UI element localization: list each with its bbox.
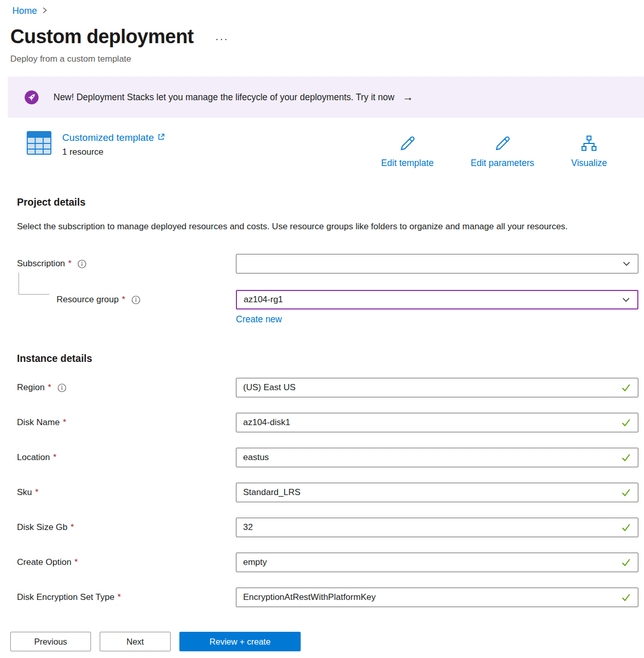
info-icon[interactable]: [132, 296, 140, 304]
resource-group-label: Resource group: [57, 295, 119, 305]
page-title: Custom deployment: [10, 26, 194, 48]
resource-group-value: az104-rg1: [244, 295, 283, 305]
required-asterisk: *: [70, 522, 74, 533]
breadcrumb: Home: [0, 0, 644, 16]
chevron-down-icon: [621, 295, 631, 304]
info-icon[interactable]: [78, 260, 86, 268]
checkmark-icon: [621, 522, 631, 533]
required-asterisk: *: [48, 382, 51, 393]
previous-button[interactable]: Previous: [10, 632, 91, 651]
checkmark-icon: [621, 557, 631, 568]
disk-name-label: Disk Name: [17, 417, 60, 428]
instance-details-form: Region * (US) East US Disk Name * az104-…: [0, 378, 644, 607]
required-asterisk: *: [68, 259, 72, 269]
checkmark-icon: [621, 487, 631, 498]
chevron-down-icon: [622, 259, 631, 268]
required-asterisk: *: [122, 295, 125, 305]
chevron-right-icon: [42, 6, 48, 16]
disk-encryption-label: Disk Encryption Set Type: [17, 592, 115, 602]
checkmark-icon: [621, 417, 631, 428]
visualize-icon: [580, 134, 598, 155]
checkmark-icon: [621, 592, 631, 602]
instance-details-heading: Instance details: [17, 353, 644, 364]
external-link-icon: [157, 132, 165, 143]
region-input[interactable]: (US) East US: [236, 378, 638, 397]
location-label: Location: [17, 452, 50, 463]
visualize-button[interactable]: Visualize: [571, 134, 607, 169]
disk-encryption-input[interactable]: EncryptionAtRestWithPlatformKey: [236, 588, 638, 607]
location-input[interactable]: eastus: [236, 448, 638, 467]
disk-size-row: Disk Size Gb * 32: [0, 518, 638, 537]
create-option-row: Create Option * empty: [0, 553, 638, 572]
required-asterisk: *: [63, 417, 66, 428]
template-summary: Customized template 1 resource Edit temp…: [27, 131, 644, 169]
disk-size-input[interactable]: 32: [236, 518, 638, 537]
sku-row: Sku * Standard_LRS: [0, 483, 638, 502]
resource-group-row: Resource group * az104-rg1: [0, 290, 638, 309]
sku-label: Sku: [17, 487, 32, 498]
breadcrumb-home-link[interactable]: Home: [12, 6, 37, 16]
next-button[interactable]: Next: [100, 632, 171, 651]
pencil-icon: [493, 134, 512, 155]
arrow-right-icon[interactable]: →: [402, 91, 413, 103]
checkmark-icon: [621, 382, 631, 393]
edit-parameters-button[interactable]: Edit parameters: [471, 134, 535, 169]
footer-action-bar: Previous Next Review + create: [0, 625, 644, 658]
create-option-label: Create Option: [17, 557, 71, 568]
required-asterisk: *: [75, 557, 78, 568]
template-icon: [27, 131, 51, 157]
disk-name-input[interactable]: az104-disk1: [236, 413, 638, 432]
disk-name-row: Disk Name * az104-disk1: [0, 413, 638, 432]
edit-template-button[interactable]: Edit template: [381, 134, 434, 169]
subscription-dropdown[interactable]: [236, 254, 638, 273]
review-create-button[interactable]: Review + create: [179, 632, 301, 651]
create-option-input[interactable]: empty: [236, 553, 638, 572]
subscription-label: Subscription: [17, 259, 65, 269]
sku-input[interactable]: Standard_LRS: [236, 483, 638, 502]
customized-template-link[interactable]: Customized template: [62, 132, 165, 143]
project-details-heading: Project details: [17, 196, 644, 208]
header: Custom deployment ···: [10, 26, 644, 48]
resource-count: 1 resource: [62, 147, 165, 157]
required-asterisk: *: [35, 487, 39, 498]
resource-group-dropdown[interactable]: az104-rg1: [236, 290, 638, 309]
disk-encryption-row: Disk Encryption Set Type * EncryptionAtR…: [0, 588, 638, 607]
project-details-form: Subscription * Resource group * az104-rg…: [0, 254, 644, 325]
required-asterisk: *: [53, 452, 57, 463]
project-details-description: Select the subscription to manage deploy…: [17, 218, 608, 234]
subscription-resource-connector-line: [19, 272, 49, 295]
create-new-link[interactable]: Create new: [236, 314, 282, 325]
rocket-icon: [25, 90, 39, 104]
region-label: Region: [17, 382, 45, 393]
region-row: Region * (US) East US: [0, 378, 638, 397]
info-icon[interactable]: [58, 383, 66, 392]
pencil-icon: [398, 134, 417, 155]
disk-size-label: Disk Size Gb: [17, 522, 67, 533]
location-row: Location * eastus: [0, 448, 638, 467]
subscription-row: Subscription *: [0, 254, 638, 273]
page-subtitle: Deploy from a custom template: [10, 54, 644, 64]
more-options-icon[interactable]: ···: [215, 29, 229, 45]
deployment-stacks-banner[interactable]: New! Deployment Stacks let you manage th…: [8, 77, 644, 118]
required-asterisk: *: [118, 592, 121, 602]
banner-message[interactable]: New! Deployment Stacks let you manage th…: [53, 92, 394, 103]
checkmark-icon: [621, 452, 631, 463]
